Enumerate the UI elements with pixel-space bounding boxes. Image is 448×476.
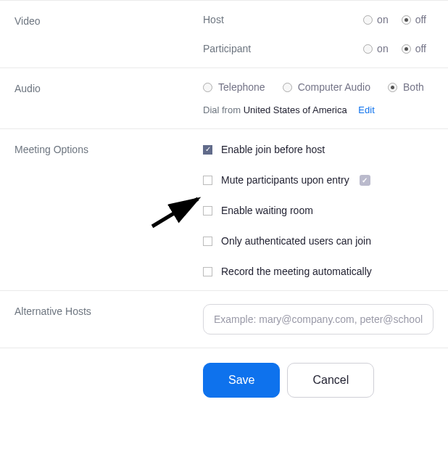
- audio-body: Telephone Computer Audio Both Dial from …: [203, 81, 434, 115]
- checkbox-icon: [203, 267, 212, 276]
- dial-country: United States of America: [244, 104, 347, 115]
- radio-icon: [388, 83, 397, 92]
- audio-telephone-label: Telephone: [218, 81, 265, 93]
- option-mute-participants[interactable]: Mute participants upon entry ✓: [203, 174, 434, 186]
- participant-radio-group: on off: [363, 43, 426, 54]
- participant-off-label: off: [415, 43, 426, 54]
- alternative-hosts-section: Alternative Hosts: [0, 290, 448, 348]
- participant-label: Participant: [203, 43, 283, 54]
- video-host-row: Host on off: [203, 14, 434, 25]
- audio-both-label: Both: [403, 81, 424, 93]
- alternative-hosts-body: [203, 304, 434, 335]
- participant-on-label: on: [377, 43, 389, 54]
- meeting-options-body: Enable join before host Mute participant…: [203, 142, 434, 277]
- option-enable-join-before-host[interactable]: Enable join before host: [203, 144, 434, 155]
- cancel-button[interactable]: Cancel: [287, 363, 374, 398]
- host-off-label: off: [415, 14, 426, 25]
- audio-radio-group: Telephone Computer Audio Both: [203, 81, 434, 93]
- participant-on-radio[interactable]: on: [363, 43, 389, 54]
- audio-telephone-radio[interactable]: Telephone: [203, 81, 265, 93]
- option-label: Only authenticated users can join: [221, 235, 371, 247]
- button-row: Save Cancel: [0, 348, 448, 412]
- option-authenticated-users[interactable]: Only authenticated users can join: [203, 235, 434, 247]
- video-label: Video: [14, 14, 203, 54]
- video-participant-row: Participant on off: [203, 43, 434, 54]
- alternative-hosts-label: Alternative Hosts: [14, 304, 203, 335]
- participant-off-radio[interactable]: off: [402, 43, 426, 54]
- checkbox-icon: [203, 206, 212, 216]
- audio-section: Audio Telephone Computer Audio Both Dial…: [0, 67, 448, 128]
- radio-icon: [402, 44, 411, 54]
- save-button[interactable]: Save: [203, 363, 280, 398]
- option-label: Mute participants upon entry: [221, 174, 349, 186]
- meeting-options-label: Meeting Options: [14, 142, 203, 277]
- host-on-label: on: [377, 14, 389, 25]
- host-off-radio[interactable]: off: [402, 14, 426, 25]
- radio-icon: [363, 44, 373, 54]
- checkbox-icon: [203, 145, 212, 155]
- option-label: Enable waiting room: [221, 205, 313, 216]
- audio-computer-radio[interactable]: Computer Audio: [283, 81, 370, 93]
- option-label: Record the meeting automatically: [221, 266, 372, 277]
- video-body: Host on off Participant on: [203, 14, 434, 54]
- option-enable-waiting-room[interactable]: Enable waiting room: [203, 205, 434, 216]
- host-on-radio[interactable]: on: [363, 14, 389, 25]
- dial-edit-link[interactable]: Edit: [358, 104, 374, 115]
- radio-icon: [363, 15, 373, 25]
- audio-both-radio[interactable]: Both: [388, 81, 424, 93]
- option-label: Enable join before host: [221, 144, 325, 155]
- radio-icon: [402, 15, 411, 25]
- checkbox-icon: [203, 237, 212, 246]
- option-record-automatically[interactable]: Record the meeting automatically: [203, 266, 434, 277]
- meeting-options-section: Meeting Options Enable join before host …: [0, 128, 448, 290]
- checkbox-icon: [203, 176, 212, 185]
- info-icon[interactable]: ✓: [360, 175, 370, 186]
- audio-label: Audio: [14, 81, 203, 115]
- radio-icon: [283, 83, 292, 92]
- radio-icon: [203, 83, 212, 92]
- dial-from-row: Dial from United States of America Edit: [203, 104, 434, 115]
- host-radio-group: on off: [363, 14, 426, 25]
- dial-prefix: Dial from: [203, 104, 241, 115]
- audio-computer-label: Computer Audio: [298, 81, 370, 93]
- alternative-hosts-input[interactable]: [203, 304, 434, 335]
- video-section: Video Host on off Participant on: [0, 0, 448, 67]
- host-label: Host: [203, 14, 283, 25]
